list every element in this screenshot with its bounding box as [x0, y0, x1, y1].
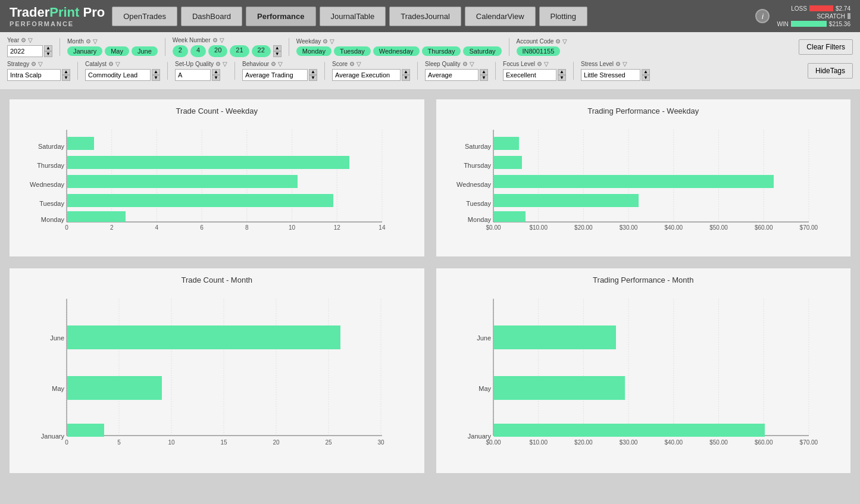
logo-pro: Pro — [79, 5, 105, 20]
catalyst-filter-icon[interactable]: ⚙ — [108, 61, 114, 67]
week-tag-22[interactable]: 22 — [252, 45, 271, 57]
clear-filters-button[interactable]: Clear Filters — [799, 39, 853, 55]
behaviour-down[interactable]: ▼ — [309, 75, 317, 81]
month-tags: January May June — [67, 46, 158, 56]
focus-input[interactable] — [503, 69, 556, 81]
sleep-up[interactable]: ▲ — [480, 69, 488, 75]
svg-text:$70.00: $70.00 — [799, 224, 818, 231]
strategy-down[interactable]: ▼ — [62, 75, 70, 81]
behaviour-up[interactable]: ▲ — [309, 69, 317, 75]
year-up[interactable]: ▲ — [44, 45, 52, 51]
month-tag-may[interactable]: May — [105, 46, 129, 56]
logo-block: TraderPrint Pro PERFORMANCE — [10, 5, 105, 27]
focus-down[interactable]: ▼ — [558, 75, 566, 81]
week-tag-21[interactable]: 21 — [230, 45, 249, 57]
score-filter-icon[interactable]: ⚙ — [349, 61, 355, 67]
svg-text:Monday: Monday — [41, 216, 65, 223]
setup-down[interactable]: ▼ — [212, 75, 220, 81]
weekday-filter-icon[interactable]: ⚙ — [323, 38, 328, 45]
week-up[interactable]: ▲ — [273, 45, 282, 51]
stress-select: ▲ ▼ — [581, 69, 650, 81]
week-tag-20[interactable]: 20 — [208, 45, 227, 57]
week-sort-icon[interactable]: ▽ — [220, 37, 224, 43]
week-down[interactable]: ▼ — [273, 51, 282, 57]
stress-up[interactable]: ▲ — [642, 69, 650, 75]
filter-score-group: Score ⚙ ▽ ▲ ▼ — [332, 61, 410, 81]
strategy-input[interactable] — [7, 69, 61, 81]
stress-filter-icon[interactable]: ⚙ — [615, 61, 621, 67]
behaviour-filter-icon[interactable]: ⚙ — [271, 61, 276, 67]
loss-value: $2.74 — [836, 5, 850, 12]
stress-label: Stress Level ⚙ ▽ — [581, 61, 650, 67]
nav-journal-table[interactable]: JournalTable — [320, 7, 386, 26]
focus-sort-icon[interactable]: ▽ — [544, 61, 549, 67]
score-input[interactable] — [332, 69, 401, 81]
svg-rect-27 — [67, 211, 126, 222]
score-sort-icon[interactable]: ▽ — [356, 61, 361, 67]
sleep-filter-icon[interactable]: ⚙ — [462, 61, 468, 67]
catalyst-sort-icon[interactable]: ▽ — [115, 61, 120, 67]
month-filter-icon[interactable]: ⚙ — [86, 38, 91, 45]
nav-plotting[interactable]: Plotting — [539, 7, 587, 26]
year-input[interactable] — [7, 45, 43, 57]
focus-up[interactable]: ▲ — [558, 69, 566, 75]
focus-filter-icon[interactable]: ⚙ — [537, 61, 542, 67]
setup-select: ▲ ▼ — [175, 69, 227, 81]
filter-stress-group: Stress Level ⚙ ▽ ▲ ▼ — [581, 61, 650, 81]
svg-rect-75 — [67, 376, 162, 400]
weekday-wednesday[interactable]: Wednesday — [373, 46, 420, 56]
sleep-input[interactable] — [425, 69, 479, 81]
year-down[interactable]: ▼ — [44, 51, 52, 57]
catalyst-input[interactable] — [85, 69, 151, 81]
weekday-thursday[interactable]: Thursday — [422, 46, 461, 56]
weekday-sort-icon[interactable]: ▽ — [330, 38, 334, 45]
sleep-sort-icon[interactable]: ▽ — [470, 61, 474, 67]
month-tag-january[interactable]: January — [67, 46, 102, 56]
account-sort-icon[interactable]: ▽ — [562, 38, 567, 45]
setup-up[interactable]: ▲ — [212, 69, 220, 75]
nav-open-trades[interactable]: OpenTrades — [112, 7, 177, 26]
month-sort-icon[interactable]: ▽ — [93, 38, 98, 45]
legend: LOSS $2.74 SCRATCH WIN $215.36 — [777, 5, 850, 27]
setup-input[interactable] — [175, 69, 211, 81]
strategy-sort-icon[interactable]: ▽ — [38, 61, 43, 67]
year-filter-icon[interactable]: ⚙ — [21, 37, 26, 43]
strategy-up[interactable]: ▲ — [62, 69, 70, 75]
divider-1 — [60, 38, 60, 56]
week-filter-icon[interactable]: ⚙ — [212, 37, 218, 43]
stress-sort-icon[interactable]: ▽ — [623, 61, 627, 67]
filter-focus-group: Focus Level ⚙ ▽ ▲ ▼ — [503, 61, 566, 81]
weekday-tuesday[interactable]: Tuesday — [334, 46, 371, 56]
account-tag[interactable]: IN8001155 — [517, 46, 561, 56]
nav-dashboard[interactable]: DashBoard — [181, 7, 242, 26]
stress-down[interactable]: ▼ — [642, 75, 650, 81]
stress-input[interactable] — [581, 69, 640, 81]
year-sort-icon[interactable]: ▽ — [28, 37, 33, 43]
month-tag-june[interactable]: June — [132, 46, 158, 56]
sleep-down[interactable]: ▼ — [480, 75, 488, 81]
strategy-filter-icon[interactable]: ⚙ — [31, 61, 36, 67]
info-icon[interactable]: i — [755, 9, 770, 23]
score-down[interactable]: ▼ — [402, 75, 410, 81]
svg-rect-55 — [494, 211, 526, 222]
setup-sort-icon[interactable]: ▽ — [223, 61, 227, 67]
catalyst-down[interactable]: ▼ — [152, 75, 160, 81]
account-filter-icon[interactable]: ⚙ — [555, 38, 561, 45]
week-tag-2[interactable]: 2 — [173, 45, 188, 57]
nav-performance[interactable]: Performance — [246, 7, 315, 26]
nav-trades-journal[interactable]: TradesJournal — [389, 7, 461, 26]
behaviour-select: ▲ ▼ — [242, 69, 317, 81]
nav-calendar-view[interactable]: CalendarView — [465, 7, 536, 26]
week-tag-4[interactable]: 4 — [190, 45, 206, 57]
hide-tags-button[interactable]: HideTags — [808, 63, 853, 79]
catalyst-up[interactable]: ▲ — [152, 69, 160, 75]
score-up[interactable]: ▲ — [402, 69, 410, 75]
behaviour-input[interactable] — [242, 69, 308, 81]
weekday-monday[interactable]: Monday — [296, 46, 332, 56]
setup-filter-icon[interactable]: ⚙ — [215, 61, 221, 67]
weekday-saturday[interactable]: Saturday — [463, 46, 501, 56]
week-spinner: ▲ ▼ — [273, 45, 282, 57]
svg-text:Tuesday: Tuesday — [466, 200, 491, 207]
behaviour-sort-icon[interactable]: ▽ — [278, 61, 283, 67]
svg-text:Tuesday: Tuesday — [39, 200, 64, 207]
